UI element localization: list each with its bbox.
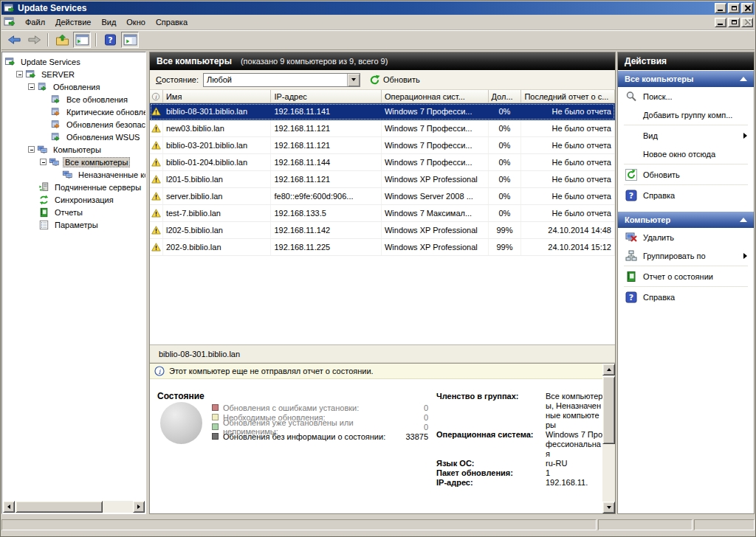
tree-item[interactable]: Update Services: [4, 55, 145, 68]
tree-item[interactable]: Все обновления: [4, 93, 145, 105]
cell-name: 202-9.biblio.lan: [163, 239, 272, 255]
column-header[interactable]: Операционная сист...: [382, 90, 489, 103]
action-separator: [624, 164, 748, 164]
action-section-header[interactable]: Компьютер: [618, 212, 754, 228]
column-header[interactable]: Дол...: [489, 90, 522, 103]
console-icon: [4, 57, 16, 67]
action-добавить-группу-комп-[interactable]: Добавить группу комп...: [618, 105, 754, 124]
console-tree-panel: Update ServicesSERVERОбновленияВсе обнов…: [1, 52, 146, 514]
tree-item[interactable]: Обновления: [4, 80, 145, 93]
action-вид[interactable]: Вид: [618, 126, 754, 145]
table-row[interactable]: biblio-03-201.biblio.lan192.168.11.121Wi…: [150, 137, 615, 154]
action-группировать-по[interactable]: Группировать по: [618, 246, 754, 265]
scrollbar-track[interactable]: [103, 501, 133, 513]
scroll-up-button[interactable]: [602, 364, 615, 375]
tree-expander[interactable]: [16, 71, 23, 77]
collapse-arrow-icon[interactable]: [740, 77, 747, 81]
action-обновить[interactable]: Обновить: [618, 165, 754, 184]
table-row[interactable]: l202-5.biblio.lan192.168.11.142Windows X…: [150, 222, 615, 239]
scroll-down-button[interactable]: [602, 502, 615, 513]
table-row[interactable]: biblio-01-204.biblio.lan192.168.11.144Wi…: [150, 154, 615, 171]
close-button[interactable]: [741, 3, 753, 13]
mdi-restore-button[interactable]: [728, 18, 740, 27]
table-row[interactable]: server.biblio.lanfe80::e9fe:600d:906...W…: [150, 188, 615, 205]
tree-item[interactable]: Неназначенные ко: [4, 168, 145, 181]
tree-item[interactable]: Отчеты: [4, 206, 145, 218]
status-heading: Состояние: [157, 391, 205, 401]
action-поиск-[interactable]: Поиск...: [618, 87, 754, 105]
menu-файл[interactable]: Файл: [20, 16, 50, 28]
submenu-arrow-icon: [743, 253, 747, 259]
collapse-arrow-icon[interactable]: [740, 218, 747, 222]
tree-item[interactable]: SERVER: [4, 68, 145, 80]
cell-os: Windows 7 Професси...: [382, 120, 489, 136]
scrollbar-thumb[interactable]: [16, 501, 103, 513]
tree-item[interactable]: Параметры: [4, 218, 145, 231]
tree-item[interactable]: Синхронизация: [4, 193, 145, 206]
tree-item[interactable]: Подчиненные серверы: [4, 181, 145, 193]
column-header[interactable]: IP-адрес: [271, 90, 382, 103]
combobox-dropdown-button[interactable]: [347, 74, 360, 86]
action-section-header[interactable]: Все компьютеры: [618, 71, 754, 87]
computers-icon: [62, 170, 73, 180]
action-справка[interactable]: ?Справка: [618, 288, 754, 306]
sync-icon: [38, 195, 49, 205]
tree-item-label: Отчеты: [52, 207, 85, 218]
show-console-tree-button[interactable]: [73, 32, 91, 48]
status-filter-combobox[interactable]: Любой: [203, 73, 360, 87]
column-header[interactable]: Имя: [163, 90, 272, 103]
tree-expander[interactable]: [28, 83, 35, 90]
up-one-level-button[interactable]: [53, 32, 71, 48]
action-новое-окно-отсюда[interactable]: Новое окно отсюда: [618, 145, 754, 163]
action-удалить[interactable]: Удалить: [618, 228, 754, 246]
tree-horizontal-scrollbar[interactable]: [3, 501, 145, 513]
scroll-right-button[interactable]: [133, 501, 145, 513]
restore-button[interactable]: [728, 3, 740, 13]
minimize-button[interactable]: [715, 3, 726, 13]
tree-item[interactable]: Критические обновле: [4, 105, 145, 118]
table-row[interactable]: new03.biblio.lan192.168.11.121Windows 7 …: [150, 120, 615, 137]
details-vertical-scrollbar[interactable]: [602, 364, 615, 513]
menu-действие[interactable]: Действие: [50, 16, 96, 28]
tree-item[interactable]: Обновления WSUS: [4, 131, 145, 143]
mdi-close-button[interactable]: [741, 18, 753, 27]
menu-вид[interactable]: Вид: [96, 16, 121, 28]
scroll-left-button[interactable]: [3, 501, 15, 513]
table-row[interactable]: 202-9.biblio.lan192.168.11.225Windows XP…: [150, 239, 615, 256]
property-row: IP-адрес:192.168.11.: [436, 478, 608, 488]
show-action-pane-button[interactable]: [121, 32, 139, 48]
tree-item[interactable]: Компьютеры: [4, 143, 145, 156]
menu-справка[interactable]: Справка: [151, 16, 193, 28]
table-row[interactable]: test-7.biblio.lan192.168.133.5Windows 7 …: [150, 205, 615, 222]
cell-os: Windows 7 Професси...: [382, 103, 489, 119]
tree-expander[interactable]: [40, 159, 47, 165]
cell-ip: 192.168.11.142: [271, 222, 382, 238]
scrollbar-thumb[interactable]: [602, 376, 615, 444]
action-отчет-о-состоянии[interactable]: Отчет о состоянии: [618, 267, 754, 285]
property-row: Членство в группах:Все компьютеры, Неназ…: [436, 392, 608, 430]
cell-os: Windows XP Professional: [382, 239, 489, 255]
computers-icon: [37, 145, 48, 155]
cell-ip: fe80::e9fe:600d:906...: [271, 188, 382, 204]
console-icon: [25, 69, 36, 80]
svg-text:?: ?: [628, 293, 633, 302]
action-справка[interactable]: ?Справка: [618, 186, 754, 204]
warning-icon: [151, 175, 161, 184]
tree-item[interactable]: Все компьютеры: [4, 156, 145, 168]
refresh-button[interactable]: Обновить: [369, 75, 420, 86]
column-header-status[interactable]: i: [150, 90, 163, 103]
table-row[interactable]: biblio-08-301.biblio.lan192.168.11.141Wi…: [150, 103, 615, 120]
back-button[interactable]: [5, 32, 23, 48]
menu-окно[interactable]: Окно: [121, 16, 151, 28]
forward-button[interactable]: [25, 32, 43, 48]
details-pane: i Этот компьютер еще не отправлял отчет …: [150, 363, 615, 513]
tree-item[interactable]: Обновления безопасн: [4, 118, 145, 131]
help-button[interactable]: ?: [101, 32, 119, 48]
scrollbar-track[interactable]: [602, 444, 615, 502]
column-header[interactable]: Последний отчет о с...: [521, 90, 615, 103]
filter-bar: Состояние: Любой Обновить: [150, 70, 615, 90]
tree-expander[interactable]: [28, 146, 35, 153]
toolbar-separator: [95, 33, 97, 46]
mdi-minimize-button[interactable]: [715, 18, 726, 27]
table-row[interactable]: l201-5.biblio.lan192.168.11.121Windows X…: [150, 171, 615, 188]
